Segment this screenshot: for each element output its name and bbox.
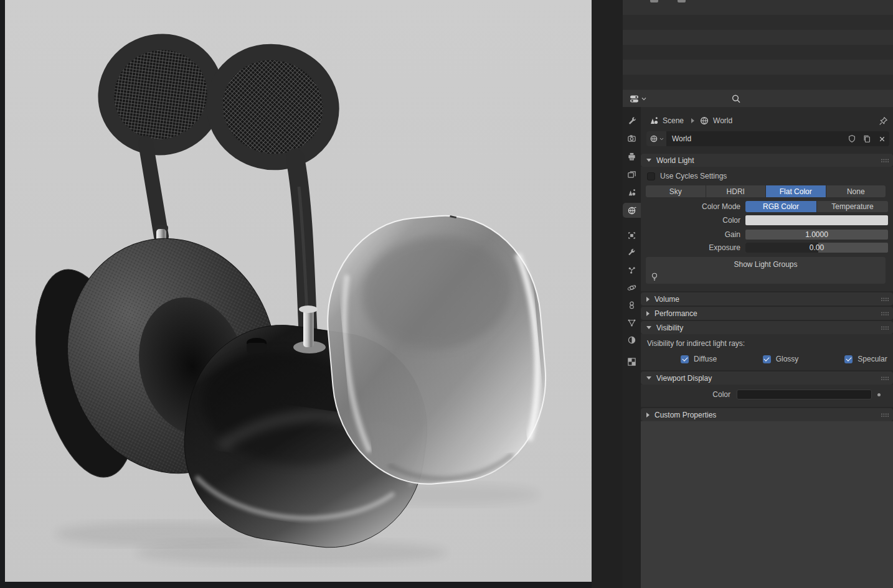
tab-physics[interactable]: [623, 280, 641, 295]
panel-visibility: Visibility Visibility for indirect light…: [641, 321, 893, 370]
unlink-datablock-button[interactable]: [874, 131, 889, 146]
mode-hdri-button[interactable]: HDRI: [706, 185, 766, 197]
close-icon: [878, 135, 886, 143]
tab-output[interactable]: [623, 149, 641, 164]
pin-icon[interactable]: [879, 116, 888, 126]
panel-header-viewport-display[interactable]: Viewport Display: [641, 371, 893, 385]
properties-editor-icon: [629, 94, 640, 104]
search-icon: [731, 94, 741, 104]
3d-viewport[interactable]: [5, 0, 592, 582]
panel-title: Viewport Display: [656, 374, 712, 383]
tab-material[interactable]: [623, 332, 641, 347]
panel-world-light: World Light Use Cycles Settings Sky HDRI…: [641, 154, 893, 291]
animate-property-dot[interactable]: [877, 393, 881, 396]
panel-content-world-light: Use Cycles Settings Sky HDRI Flat Color …: [641, 167, 893, 291]
panel-stack: World Light Use Cycles Settings Sky HDRI…: [641, 154, 893, 421]
tab-constraints[interactable]: [623, 297, 641, 312]
breadcrumb-separator-icon: [691, 118, 694, 123]
render-icon: [627, 134, 636, 143]
outliner-region[interactable]: [623, 0, 893, 90]
editor-type-button[interactable]: [629, 94, 646, 104]
diffuse-checkbox[interactable]: [681, 355, 689, 363]
panel-volume: Volume: [641, 292, 893, 306]
tab-render[interactable]: [623, 131, 641, 146]
show-light-groups-button[interactable]: Show Light Groups: [646, 259, 886, 270]
tab-view-layer[interactable]: [623, 167, 641, 182]
tab-tool[interactable]: [623, 113, 641, 128]
color-label: Color: [643, 216, 745, 225]
chevron-down-icon: [641, 97, 646, 101]
exposure-slider[interactable]: 0.00: [745, 243, 888, 253]
gain-label: Gain: [643, 230, 745, 239]
tab-object-data[interactable]: [623, 315, 641, 330]
gain-slider[interactable]: 1.0000: [745, 230, 888, 240]
caret-down-icon: [646, 326, 651, 329]
window-edge-bottom: [0, 582, 592, 588]
fake-user-button[interactable]: [844, 131, 859, 146]
panel-header-volume[interactable]: Volume: [641, 292, 893, 306]
panel-header-performance[interactable]: Performance: [641, 307, 893, 320]
view-layer-icon: [627, 170, 636, 179]
world-icon: [699, 116, 709, 126]
particles-icon: [627, 266, 636, 275]
use-cycles-settings-checkbox[interactable]: [647, 172, 655, 180]
mode-flat-color-button[interactable]: Flat Color: [765, 185, 826, 197]
properties-search-input[interactable]: [729, 93, 803, 105]
physics-icon: [627, 283, 636, 292]
breadcrumb: Scene World: [641, 111, 893, 130]
editor-divider[interactable]: [592, 0, 623, 588]
drag-grip-icon[interactable]: [881, 376, 889, 381]
temperature-button[interactable]: Temperature: [816, 201, 888, 212]
color-mode-segmented: RGB Color Temperature: [745, 201, 888, 212]
properties-panel-area: Scene World World: [641, 107, 893, 588]
tab-world[interactable]: [623, 203, 641, 218]
scene-icon: [649, 116, 659, 126]
panel-header-visibility[interactable]: Visibility: [641, 321, 893, 334]
indirect-rays-checkbox-row: Diffuse Glossy Specular: [643, 355, 889, 363]
tab-modifiers[interactable]: [623, 245, 641, 260]
light-groups-box: Show Light Groups: [646, 257, 886, 284]
drag-grip-icon[interactable]: [881, 297, 889, 302]
caret-right-icon: [646, 413, 650, 418]
tab-object[interactable]: [623, 228, 641, 243]
panel-header-world-light[interactable]: World Light: [641, 154, 893, 167]
caret-down-icon: [646, 376, 651, 380]
drag-grip-icon[interactable]: [881, 158, 889, 163]
rgb-color-button[interactable]: RGB Color: [745, 201, 816, 212]
panel-custom-properties: Custom Properties: [641, 408, 893, 421]
light-groups-list[interactable]: [646, 270, 886, 282]
specular-checkbox[interactable]: [844, 355, 853, 363]
outliner-clipped-icon: [678, 0, 686, 2]
drag-grip-icon[interactable]: [881, 325, 889, 330]
drag-grip-icon[interactable]: [881, 311, 889, 316]
tab-texture[interactable]: [623, 354, 641, 369]
gain-value: 1.0000: [745, 230, 888, 240]
mode-sky-button[interactable]: Sky: [646, 185, 706, 197]
panel-title: Custom Properties: [654, 411, 716, 419]
drag-grip-icon[interactable]: [881, 413, 889, 418]
breadcrumb-world-label: World: [713, 116, 732, 125]
panel-title: Visibility: [656, 324, 683, 332]
shield-icon: [848, 134, 856, 143]
panel-content-viewport-display: Color: [641, 385, 893, 407]
duplicate-datablock-button[interactable]: [859, 131, 874, 146]
panel-title: Performance: [654, 309, 697, 318]
properties-context-block: Scene World World: [641, 107, 893, 154]
right-editors: Scene World World: [623, 0, 893, 588]
properties-header: [623, 90, 893, 107]
glossy-checkbox[interactable]: [763, 355, 771, 363]
indirect-rays-label: Visibility for indirect light rays:: [643, 339, 889, 348]
world-color-swatch[interactable]: [745, 215, 888, 225]
copy-icon: [862, 134, 871, 143]
mode-none-button[interactable]: None: [826, 185, 886, 197]
tab-scene[interactable]: [623, 185, 641, 200]
world-name-field[interactable]: World: [666, 131, 844, 146]
output-icon: [627, 152, 636, 161]
exposure-value: 0.00: [745, 243, 888, 253]
world-datablock-browse-button[interactable]: [646, 131, 666, 146]
panel-header-custom-properties[interactable]: Custom Properties: [641, 408, 893, 421]
blender-window: Scene World World: [0, 0, 893, 588]
tab-particles[interactable]: [623, 263, 641, 278]
window-edge-left: [0, 0, 5, 588]
viewport-color-field[interactable]: [737, 390, 872, 399]
